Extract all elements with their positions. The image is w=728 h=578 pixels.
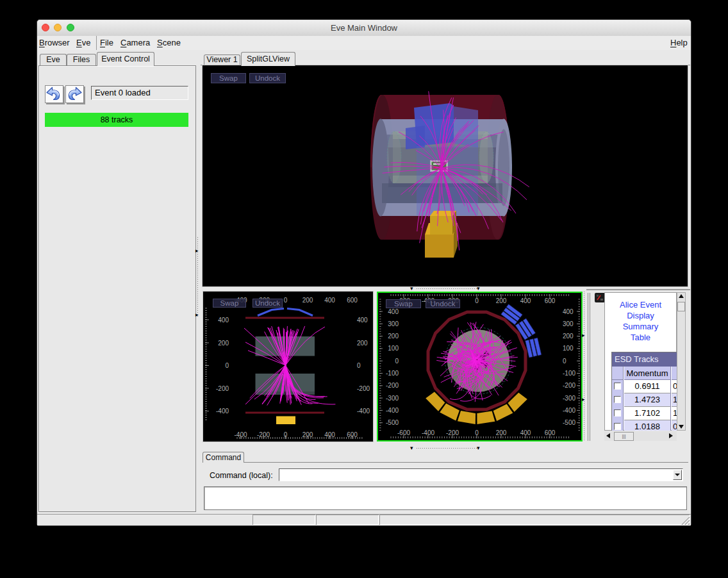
- svg-text:400: 400: [324, 431, 335, 438]
- svg-text:-200: -200: [257, 431, 270, 438]
- svg-text:0: 0: [284, 431, 288, 438]
- svg-text:-500: -500: [563, 419, 575, 426]
- svg-text:100: 100: [388, 345, 399, 352]
- svg-text:300: 300: [563, 320, 574, 327]
- svg-text:400: 400: [218, 317, 229, 324]
- svg-text:200: 200: [496, 297, 507, 304]
- svg-text:-200: -200: [357, 385, 370, 392]
- svg-text:-400: -400: [357, 408, 370, 415]
- svg-text:0: 0: [475, 429, 479, 436]
- svg-text:-100: -100: [386, 370, 399, 377]
- svg-text:0: 0: [395, 358, 399, 365]
- svg-text:0: 0: [475, 297, 479, 304]
- svg-text:0: 0: [357, 362, 361, 369]
- svg-text:200: 200: [388, 333, 399, 340]
- svg-text:200: 200: [218, 340, 229, 347]
- svg-text:-400: -400: [216, 408, 229, 415]
- svg-text:400: 400: [357, 317, 368, 324]
- svg-text:200: 200: [302, 297, 313, 304]
- svg-text:-400: -400: [386, 407, 399, 414]
- svg-text:0: 0: [284, 297, 288, 304]
- svg-text:-600: -600: [397, 429, 410, 436]
- svg-text:200: 200: [302, 431, 313, 438]
- svg-text:200: 200: [357, 340, 368, 347]
- svg-text:-400: -400: [234, 431, 247, 438]
- svg-text:600: 600: [545, 429, 556, 436]
- svg-text:-300: -300: [386, 395, 399, 402]
- svg-text:400: 400: [520, 297, 531, 304]
- svg-text:100: 100: [563, 345, 574, 352]
- svg-text:200: 200: [563, 333, 574, 340]
- svg-text:0: 0: [225, 362, 229, 369]
- svg-text:400: 400: [520, 429, 531, 436]
- svg-text:-400: -400: [422, 429, 434, 436]
- svg-text:-500: -500: [386, 419, 399, 426]
- svg-text:-300: -300: [563, 395, 575, 402]
- svg-text:-200: -200: [216, 385, 229, 392]
- svg-text:400: 400: [388, 308, 399, 315]
- svg-text:200: 200: [496, 429, 507, 436]
- svg-text:-400: -400: [563, 407, 575, 414]
- svg-text:-200: -200: [563, 382, 575, 389]
- svg-text:0: 0: [563, 358, 567, 365]
- svg-text:400: 400: [324, 297, 335, 304]
- svg-text:600: 600: [545, 297, 556, 304]
- svg-text:300: 300: [388, 320, 399, 327]
- svg-text:-200: -200: [386, 382, 399, 389]
- svg-text:600: 600: [347, 297, 358, 304]
- svg-text:400: 400: [563, 308, 574, 315]
- svg-text:-100: -100: [563, 370, 575, 377]
- svg-text:-200: -200: [446, 429, 459, 436]
- svg-text:600: 600: [347, 431, 358, 438]
